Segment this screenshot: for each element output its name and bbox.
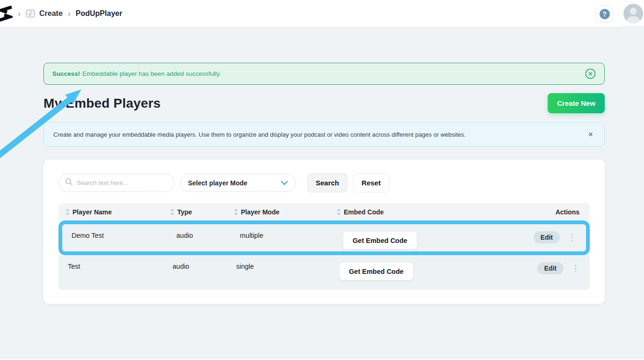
kebab-menu-icon[interactable]: ⋮ — [568, 234, 576, 242]
actions-cell: Edit ⋮ — [510, 255, 590, 290]
search-field-wrapper — [58, 174, 174, 192]
table-row: Test audio single Get Embed Code Edit ⋮ — [58, 255, 590, 290]
table-header-row: Player Name Type Player Mode Embed Code … — [58, 203, 590, 220]
top-bar: › Create › PodUpPlayer ? — [0, 0, 644, 27]
success-alert: Success! Embeddable player has been adde… — [43, 63, 605, 85]
breadcrumb-chevron-icon: › — [68, 9, 71, 18]
players-card: Select player Mode Search Reset Player N… — [43, 160, 605, 304]
main-content: Success! Embeddable player has been adde… — [43, 63, 605, 304]
bottom-scrollbar-track[interactable] — [0, 358, 644, 360]
breadcrumb-current-page: PodUpPlayer — [76, 9, 123, 18]
edit-button[interactable]: Edit — [537, 262, 564, 274]
embed-code-cell: Get Embed Code — [330, 255, 510, 290]
embed-code-cell: Get Embed Code — [333, 224, 507, 251]
column-header-player-name[interactable]: Player Name — [58, 208, 163, 216]
type-cell: audio — [167, 224, 231, 251]
create-new-button[interactable]: Create New — [548, 93, 605, 113]
sort-icon — [234, 209, 238, 215]
get-embed-code-button[interactable]: Get Embed Code — [343, 231, 417, 250]
alert-close-icon[interactable] — [585, 68, 596, 79]
column-header-player-mode[interactable]: Player Mode — [227, 208, 330, 216]
avatar — [623, 4, 643, 23]
player-mode-select-value: Select player Mode — [188, 179, 247, 187]
player-mode-select[interactable]: Select player Mode — [180, 174, 296, 192]
question-mark-icon: ? — [600, 9, 610, 19]
breadcrumb-section[interactable]: Create — [39, 9, 63, 18]
user-menu-button[interactable] — [619, 2, 644, 25]
banner-close-icon[interactable]: × — [586, 129, 595, 140]
table-row: Demo Test audio multiple Get Embed Code … — [58, 220, 590, 255]
page-header: My Embed Players Create New — [43, 93, 605, 113]
players-table: Player Name Type Player Mode Embed Code … — [58, 203, 590, 290]
breadcrumb-chevron-icon: › — [18, 9, 21, 18]
type-cell: audio — [163, 255, 227, 290]
search-button[interactable]: Search — [307, 173, 347, 192]
column-header-embed-code[interactable]: Embed Code — [330, 208, 510, 216]
info-banner: Create and manage your embeddable media … — [43, 122, 605, 147]
alert-title: Success! — [52, 70, 80, 77]
kebab-menu-icon[interactable]: ⋮ — [572, 264, 579, 272]
create-media-icon — [26, 9, 36, 18]
sort-icon — [170, 209, 174, 215]
column-header-type[interactable]: Type — [163, 208, 227, 216]
get-embed-code-button[interactable]: Get Embed Code — [339, 262, 413, 280]
player-name-cell: Demo Test — [62, 224, 167, 251]
actions-cell: Edit ⋮ — [507, 224, 586, 251]
alert-message: Embeddable player has been added success… — [82, 70, 221, 77]
search-icon — [65, 178, 73, 188]
column-header-actions: Actions — [510, 208, 590, 216]
player-mode-cell: multiple — [231, 224, 333, 251]
help-button[interactable]: ? — [596, 5, 613, 22]
page-title: My Embed Players — [43, 96, 161, 111]
filter-toolbar: Select player Mode Search Reset — [58, 173, 590, 192]
player-name-cell: Test — [58, 255, 163, 290]
sort-icon — [337, 209, 341, 215]
info-banner-text: Create and manage your embeddable media … — [53, 131, 466, 138]
edit-button[interactable]: Edit — [534, 231, 560, 243]
search-input[interactable] — [77, 179, 174, 186]
app-logo-icon — [0, 5, 13, 22]
chevron-down-icon — [281, 179, 288, 187]
player-mode-cell: single — [227, 255, 330, 290]
sort-icon — [65, 209, 70, 215]
reset-button[interactable]: Reset — [353, 173, 389, 192]
